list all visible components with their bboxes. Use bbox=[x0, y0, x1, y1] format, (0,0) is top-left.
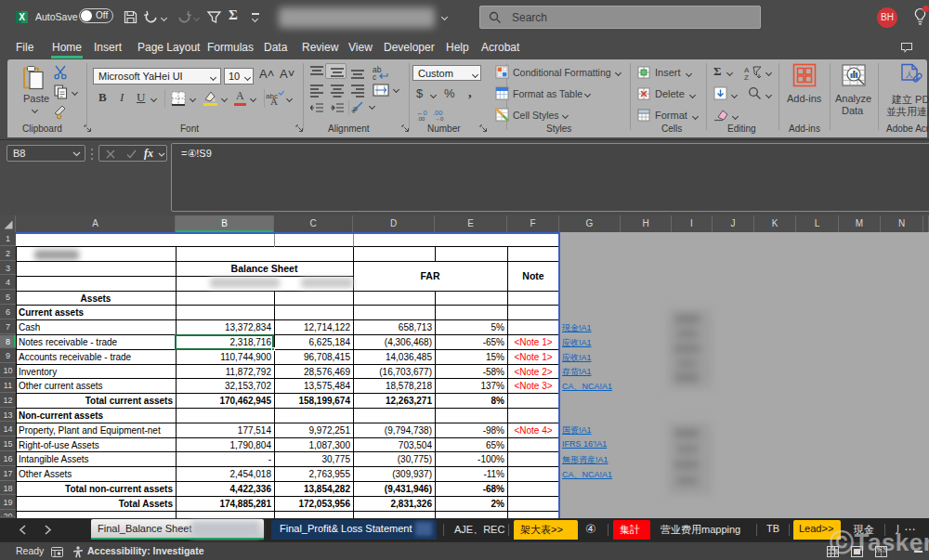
svg-text:人: 人 bbox=[905, 71, 913, 79]
svg-text:Z: Z bbox=[744, 73, 749, 80]
svg-text:A: A bbox=[270, 96, 278, 106]
svg-text:X: X bbox=[19, 12, 25, 22]
svg-text:ab: ab bbox=[349, 105, 360, 113]
svg-text:→0: →0 bbox=[435, 116, 444, 122]
svg-text:.00: .00 bbox=[417, 116, 425, 122]
